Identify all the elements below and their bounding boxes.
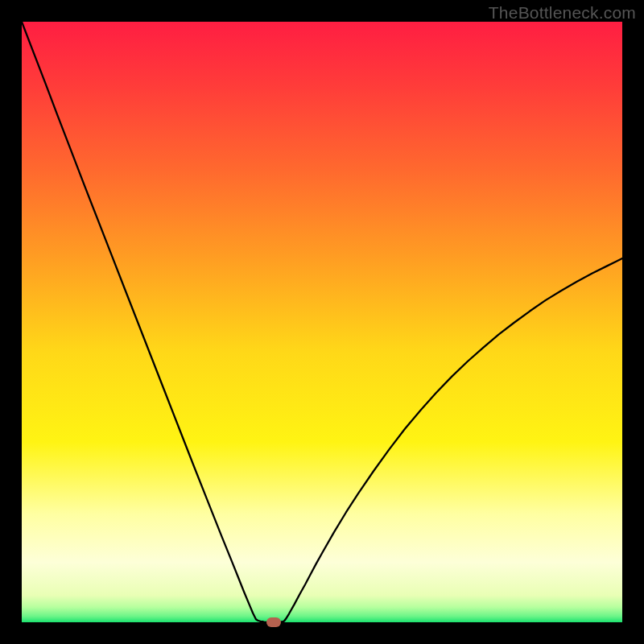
- minimum-marker: [266, 617, 281, 627]
- plot-area: [22, 22, 622, 622]
- watermark-text: TheBottleneck.com: [489, 3, 636, 23]
- chart-frame: TheBottleneck.com: [0, 0, 644, 644]
- bottleneck-curve: [22, 22, 622, 622]
